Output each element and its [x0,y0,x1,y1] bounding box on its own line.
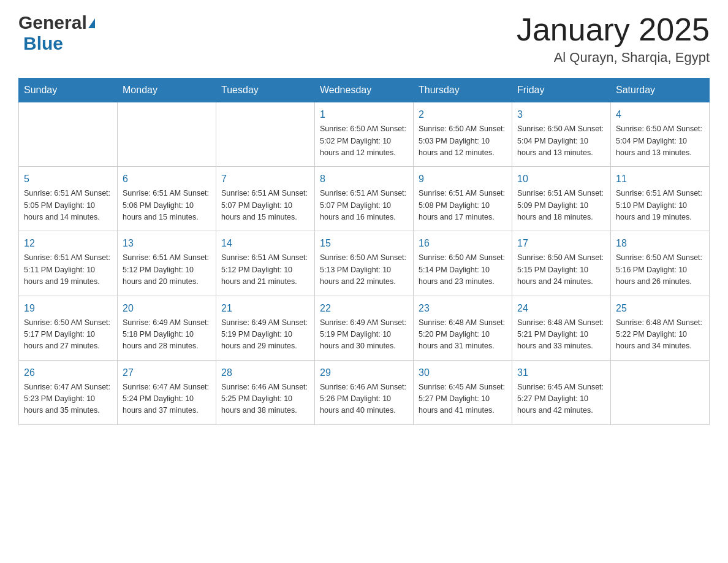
day-number: 15 [320,236,408,251]
calendar-cell: 30Sunrise: 6:45 AM Sunset: 5:27 PM Dayli… [414,360,512,424]
logo-blue-text: Blue [23,33,63,53]
calendar-cell: 25Sunrise: 6:48 AM Sunset: 5:22 PM Dayli… [611,296,710,360]
calendar-cell: 31Sunrise: 6:45 AM Sunset: 5:27 PM Dayli… [512,360,611,424]
calendar-cell [216,102,315,167]
day-number: 17 [517,236,605,251]
calendar-cell: 12Sunrise: 6:51 AM Sunset: 5:11 PM Dayli… [19,231,118,296]
day-info: Sunrise: 6:51 AM Sunset: 5:11 PM Dayligh… [24,252,112,288]
day-number: 14 [221,236,309,251]
calendar-cell: 1Sunrise: 6:50 AM Sunset: 5:02 PM Daylig… [315,102,414,167]
day-info: Sunrise: 6:51 AM Sunset: 5:09 PM Dayligh… [517,188,605,223]
day-number: 26 [24,366,112,380]
day-number: 20 [123,301,211,316]
day-info: Sunrise: 6:50 AM Sunset: 5:17 PM Dayligh… [24,317,112,353]
day-info: Sunrise: 6:47 AM Sunset: 5:24 PM Dayligh… [123,381,211,417]
day-number: 16 [419,236,507,251]
day-number: 8 [320,172,408,186]
day-number: 5 [24,172,112,186]
calendar-week-row: 26Sunrise: 6:47 AM Sunset: 5:23 PM Dayli… [19,360,710,424]
calendar-cell: 11Sunrise: 6:51 AM Sunset: 5:10 PM Dayli… [611,167,710,231]
day-number: 9 [419,172,507,186]
location-title: Al Qurayn, Sharqia, Egypt [517,50,710,66]
day-number: 28 [221,366,309,380]
day-info: Sunrise: 6:51 AM Sunset: 5:08 PM Dayligh… [419,188,507,223]
calendar-cell: 13Sunrise: 6:51 AM Sunset: 5:12 PM Dayli… [118,231,216,296]
day-number: 27 [123,366,211,380]
day-number: 10 [517,172,605,186]
day-number: 25 [616,301,704,316]
day-info: Sunrise: 6:50 AM Sunset: 5:04 PM Dayligh… [517,123,605,159]
header-sunday: Sunday [19,79,118,102]
day-info: Sunrise: 6:51 AM Sunset: 5:12 PM Dayligh… [221,252,309,288]
day-info: Sunrise: 6:50 AM Sunset: 5:15 PM Dayligh… [517,252,605,288]
header-thursday: Thursday [414,79,512,102]
calendar-cell: 5Sunrise: 6:51 AM Sunset: 5:05 PM Daylig… [19,167,118,231]
day-number: 13 [123,236,211,251]
calendar-week-row: 19Sunrise: 6:50 AM Sunset: 5:17 PM Dayli… [19,296,710,360]
calendar-cell: 8Sunrise: 6:51 AM Sunset: 5:07 PM Daylig… [315,167,414,231]
logo-triangle-icon [88,18,95,28]
title-block: January 2025 Al Qurayn, Sharqia, Egypt [517,12,710,66]
day-number: 18 [616,236,704,251]
calendar-cell: 19Sunrise: 6:50 AM Sunset: 5:17 PM Dayli… [19,296,118,360]
header-wednesday: Wednesday [315,79,414,102]
day-number: 19 [24,301,112,316]
day-number: 24 [517,301,605,316]
day-info: Sunrise: 6:48 AM Sunset: 5:22 PM Dayligh… [616,317,704,353]
calendar-cell: 24Sunrise: 6:48 AM Sunset: 5:21 PM Dayli… [512,296,611,360]
header-tuesday: Tuesday [216,79,315,102]
header-saturday: Saturday [611,79,710,102]
day-info: Sunrise: 6:50 AM Sunset: 5:13 PM Dayligh… [320,252,408,288]
day-number: 30 [419,366,507,380]
calendar-cell: 3Sunrise: 6:50 AM Sunset: 5:04 PM Daylig… [512,102,611,167]
calendar-cell: 7Sunrise: 6:51 AM Sunset: 5:07 PM Daylig… [216,167,315,231]
day-info: Sunrise: 6:46 AM Sunset: 5:25 PM Dayligh… [221,381,309,417]
logo: General Blue [18,12,95,54]
calendar-week-row: 5Sunrise: 6:51 AM Sunset: 5:05 PM Daylig… [19,167,710,231]
calendar-cell: 6Sunrise: 6:51 AM Sunset: 5:06 PM Daylig… [118,167,216,231]
calendar-cell: 10Sunrise: 6:51 AM Sunset: 5:09 PM Dayli… [512,167,611,231]
day-number: 12 [24,236,112,251]
page-header: General Blue January 2025 Al Qurayn, Sha… [18,12,710,66]
calendar-cell: 15Sunrise: 6:50 AM Sunset: 5:13 PM Dayli… [315,231,414,296]
day-info: Sunrise: 6:46 AM Sunset: 5:26 PM Dayligh… [320,381,408,417]
day-number: 2 [419,107,507,122]
day-info: Sunrise: 6:45 AM Sunset: 5:27 PM Dayligh… [419,381,507,417]
month-title: January 2025 [517,12,710,47]
calendar-cell: 14Sunrise: 6:51 AM Sunset: 5:12 PM Dayli… [216,231,315,296]
calendar-cell: 4Sunrise: 6:50 AM Sunset: 5:04 PM Daylig… [611,102,710,167]
day-number: 7 [221,172,309,186]
calendar-cell: 23Sunrise: 6:48 AM Sunset: 5:20 PM Dayli… [414,296,512,360]
calendar-cell: 21Sunrise: 6:49 AM Sunset: 5:19 PM Dayli… [216,296,315,360]
day-number: 21 [221,301,309,316]
calendar-cell: 18Sunrise: 6:50 AM Sunset: 5:16 PM Dayli… [611,231,710,296]
calendar-cell: 2Sunrise: 6:50 AM Sunset: 5:03 PM Daylig… [414,102,512,167]
day-number: 3 [517,107,605,122]
calendar-week-row: 12Sunrise: 6:51 AM Sunset: 5:11 PM Dayli… [19,231,710,296]
day-number: 23 [419,301,507,316]
day-number: 4 [616,107,704,122]
calendar-cell: 16Sunrise: 6:50 AM Sunset: 5:14 PM Dayli… [414,231,512,296]
day-info: Sunrise: 6:51 AM Sunset: 5:07 PM Dayligh… [320,188,408,223]
calendar-cell: 20Sunrise: 6:49 AM Sunset: 5:18 PM Dayli… [118,296,216,360]
day-info: Sunrise: 6:48 AM Sunset: 5:21 PM Dayligh… [517,317,605,353]
day-info: Sunrise: 6:50 AM Sunset: 5:02 PM Dayligh… [320,123,408,159]
day-number: 1 [320,107,408,122]
day-info: Sunrise: 6:45 AM Sunset: 5:27 PM Dayligh… [517,381,605,417]
day-info: Sunrise: 6:50 AM Sunset: 5:16 PM Dayligh… [616,252,704,288]
day-number: 6 [123,172,211,186]
weekday-header-row: Sunday Monday Tuesday Wednesday Thursday… [19,79,710,102]
calendar-table: Sunday Monday Tuesday Wednesday Thursday… [18,78,710,425]
day-info: Sunrise: 6:51 AM Sunset: 5:12 PM Dayligh… [123,252,211,288]
calendar-cell [611,360,710,424]
calendar-cell [118,102,216,167]
header-monday: Monday [118,79,216,102]
calendar-cell: 27Sunrise: 6:47 AM Sunset: 5:24 PM Dayli… [118,360,216,424]
day-number: 29 [320,366,408,380]
logo-general-text: General [18,12,87,33]
day-info: Sunrise: 6:50 AM Sunset: 5:03 PM Dayligh… [419,123,507,159]
calendar-cell: 26Sunrise: 6:47 AM Sunset: 5:23 PM Dayli… [19,360,118,424]
day-info: Sunrise: 6:50 AM Sunset: 5:14 PM Dayligh… [419,252,507,288]
day-info: Sunrise: 6:50 AM Sunset: 5:04 PM Dayligh… [616,123,704,159]
day-info: Sunrise: 6:51 AM Sunset: 5:05 PM Dayligh… [24,188,112,223]
